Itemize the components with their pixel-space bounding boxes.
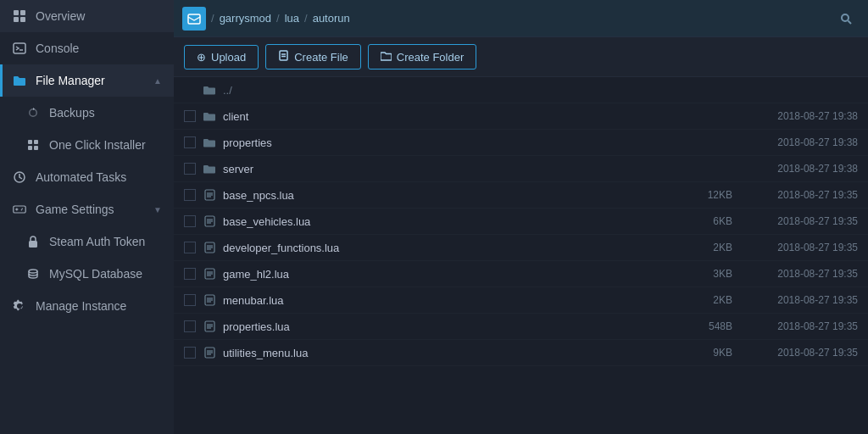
path-sep-1: / [211,12,214,25]
file-checkbox[interactable] [184,215,196,227]
lock-icon [25,234,41,249]
sidebar-item-label: Steam Auth Token [49,235,145,248]
file-row[interactable]: utilities_menu.lua 9KB 2018-08-27 19:35 [174,340,868,366]
file-row[interactable]: developer_functions.lua 2KB 2018-08-27 1… [174,235,868,261]
create-folder-button[interactable]: Create Folder [368,44,476,70]
upload-icon: ⊕ [197,51,206,64]
path-input[interactable] [355,12,827,25]
path-sep-3: / [304,12,308,25]
sidebar-item-label: Overview [36,9,85,23]
path-autorun[interactable]: autorun [313,12,350,25]
path-sep-2: / [276,12,280,25]
sidebar-item-label: One Click Installer [49,138,146,152]
folder-icon [203,136,216,149]
file-name: properties [223,136,675,149]
file-row[interactable]: client 2018-08-27 19:38 [174,103,868,130]
file-row[interactable]: base_vehicles.lua 6KB 2018-08-27 19:35 [174,209,868,235]
file-name: server [223,163,675,175]
file-icon [203,346,216,359]
file-checkbox[interactable] [184,163,196,175]
svg-point-13 [21,208,23,209]
svg-rect-1 [20,10,25,15]
sidebar-item-game-settings[interactable]: Game Settings ▼ [0,193,174,225]
file-row[interactable]: server 2018-08-27 19:38 [174,156,868,182]
file-size: 3KB [682,268,732,280]
file-row[interactable]: base_npcs.lua 12KB 2018-08-27 19:35 [174,182,868,209]
path-garrysmod[interactable]: garrysmod [220,12,271,25]
file-checkbox[interactable] [184,320,196,332]
sidebar-item-automated-tasks[interactable]: Automated Tasks [0,161,174,193]
parent-dir-name: ../ [223,84,675,97]
sidebar-item-label: Manage Instance [36,299,126,313]
file-date: 2018-08-27 19:35 [739,189,858,201]
backup-icon [25,105,41,120]
create-file-button[interactable]: Create File [265,44,361,70]
sidebar-item-overview[interactable]: Overview [0,0,174,32]
svg-point-19 [842,14,849,21]
svg-rect-7 [34,140,38,144]
sidebar-item-label: File Manager [36,74,105,87]
file-date: 2018-08-27 19:35 [739,242,858,253]
sidebar-item-file-manager[interactable]: File Manager ▲ [0,64,174,97]
file-name: properties.lua [223,320,675,333]
file-date: 2018-08-27 19:35 [739,320,858,332]
file-size: 548B [682,320,732,332]
chevron-down-icon: ▼ [153,205,162,214]
file-date: 2018-08-27 19:38 [739,110,858,122]
file-row[interactable]: properties 2018-08-27 19:38 [174,130,868,156]
file-size: 9KB [682,347,732,359]
svg-rect-9 [34,146,38,150]
parent-folder-icon [203,83,216,97]
create-folder-label: Create Folder [397,51,464,64]
file-icon [203,267,216,281]
upload-button[interactable]: ⊕ Upload [184,45,259,70]
svg-rect-3 [20,17,25,22]
file-checkbox[interactable] [184,189,196,201]
file-row-parent[interactable]: ../ [174,77,868,103]
file-checkbox[interactable] [184,268,196,280]
create-folder-icon [381,50,392,64]
file-checkbox[interactable] [184,294,196,306]
file-checkbox[interactable] [184,136,196,148]
create-file-label: Create File [294,51,348,64]
sidebar-item-console[interactable]: Console [0,32,174,64]
folder-icon [203,109,216,123]
file-size: 6KB [682,215,732,227]
file-size: 2KB [682,294,732,306]
file-list: ../ client 2018-08-27 19:38 propert [174,77,868,434]
file-name: developer_functions.lua [223,242,675,254]
path-bar: / garrysmod / lua / autorun [174,0,868,37]
file-size: 12KB [682,189,732,201]
file-size: 2KB [682,242,732,253]
path-app-icon [182,7,206,31]
file-row[interactable]: properties.lua 548B 2018-08-27 19:35 [174,314,868,340]
file-row[interactable]: game_hl2.lua 3KB 2018-08-27 19:35 [174,261,868,287]
file-date: 2018-08-27 19:35 [739,347,858,359]
svg-rect-18 [188,14,200,24]
sidebar-item-backups[interactable]: Backups [0,97,174,129]
sidebar-item-one-click[interactable]: One Click Installer [0,129,174,161]
file-icon [203,241,216,254]
svg-rect-6 [28,140,32,144]
sidebar: Overview Console File Manager ▲ Backu [0,0,174,434]
file-name: client [223,110,675,123]
sidebar-item-manage-instance[interactable]: Manage Instance [0,290,174,322]
upload-label: Upload [211,51,246,64]
file-icon [203,320,216,333]
database-icon [25,266,41,281]
file-checkbox[interactable] [184,347,196,359]
file-checkbox[interactable] [184,110,196,122]
sidebar-item-mysql[interactable]: MySQL Database [0,258,174,290]
svg-rect-8 [28,146,32,150]
file-row[interactable]: menubar.lua 2KB 2018-08-27 19:35 [174,287,868,314]
toolbar: ⊕ Upload Create File Create Folder [174,37,868,77]
sidebar-item-label: Backups [49,106,95,120]
file-name: base_vehicles.lua [223,215,675,228]
chevron-up-icon: ▲ [153,76,162,86]
sidebar-item-steam-auth[interactable]: Steam Auth Token [0,225,174,258]
file-checkbox[interactable] [184,242,196,253]
search-button[interactable] [832,5,860,32]
path-lua[interactable]: lua [285,12,299,25]
file-date: 2018-08-27 19:35 [739,268,858,280]
file-icon [203,214,216,228]
